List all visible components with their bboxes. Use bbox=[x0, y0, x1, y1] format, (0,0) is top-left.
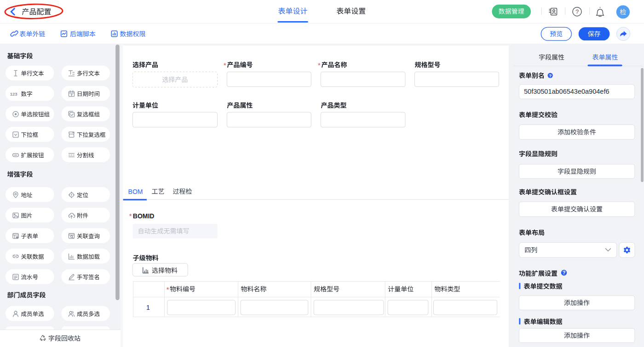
svg-text:1: 1 bbox=[146, 304, 150, 311]
svg-text:?: ? bbox=[563, 270, 566, 275]
svg-text:50f30501ab06543e0a904ef6: 50f30501ab06543e0a904ef6 bbox=[524, 88, 609, 95]
svg-text:*: * bbox=[224, 61, 226, 69]
svg-text:BOMID: BOMID bbox=[133, 212, 155, 220]
svg-text:*: * bbox=[167, 285, 169, 293]
svg-text:*: * bbox=[129, 212, 132, 220]
svg-text:123: 123 bbox=[10, 91, 17, 97]
svg-text:BOM: BOM bbox=[128, 188, 143, 195]
svg-text:?: ? bbox=[549, 73, 552, 78]
svg-text:?: ? bbox=[575, 8, 579, 15]
svg-text:*: * bbox=[318, 61, 321, 69]
